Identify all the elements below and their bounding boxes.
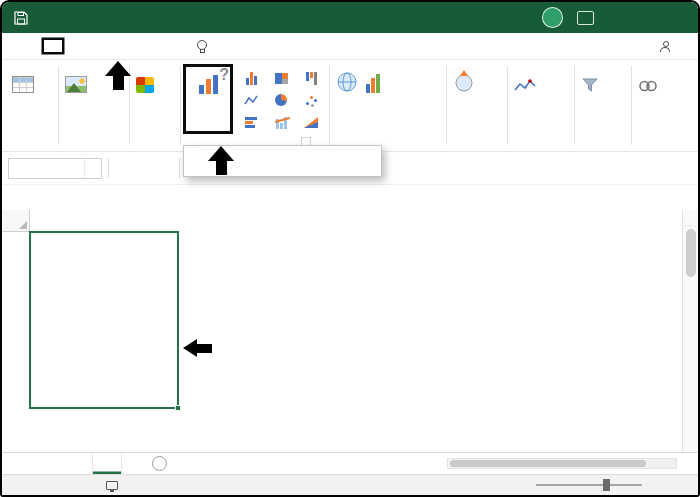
spacer (2, 185, 698, 210)
waterfall-chart-icon (306, 72, 317, 85)
tab-page-layout[interactable] (62, 40, 80, 52)
horizontal-scroll-thumb[interactable] (450, 460, 646, 467)
fill-handle[interactable] (175, 405, 181, 411)
display-settings-button[interactable] (106, 481, 124, 490)
line-chart-icon (244, 94, 258, 106)
worksheet (2, 210, 698, 452)
tab-file[interactable] (8, 40, 26, 52)
name-box[interactable] (8, 158, 102, 179)
ribbon-group-maps-pivotchart (330, 62, 446, 151)
annotation-arrow-insert-tab (105, 61, 131, 90)
horizontal-scroll-track[interactable] (447, 458, 677, 469)
treemap-chart-icon (275, 73, 288, 84)
tab-tell-me[interactable] (188, 34, 220, 59)
tab-formulas[interactable] (80, 40, 98, 52)
tab-help[interactable] (170, 40, 188, 52)
tab-developer[interactable] (152, 40, 170, 52)
table-icon (12, 76, 34, 93)
excel-window: ? (0, 0, 700, 497)
sparklines-button[interactable] (510, 64, 540, 134)
tab-insert[interactable] (44, 40, 62, 52)
ribbon-group-charts: ? (181, 62, 329, 151)
zoom-controls (528, 484, 690, 486)
pie-chart-icon (275, 94, 287, 106)
insert-column-chart-button[interactable] (237, 72, 267, 85)
share-button[interactable] (651, 35, 684, 58)
scatter-chart-icon (305, 94, 318, 107)
combo-chart-icon (276, 116, 287, 129)
link-icon (638, 67, 658, 93)
ribbon-tab-row (2, 33, 698, 60)
illustrations-button[interactable] (61, 64, 91, 134)
insert-bar-chart-button[interactable] (237, 117, 267, 128)
tables-button[interactable] (8, 64, 38, 134)
person-icon (660, 41, 670, 52)
annotation-arrow-data-range (183, 339, 212, 357)
area-chart-icon (304, 116, 318, 128)
3d-map-button[interactable] (449, 64, 479, 134)
tab-data[interactable] (98, 40, 116, 52)
globe-map-icon (336, 67, 358, 93)
insert-area-chart-button[interactable] (297, 116, 327, 128)
new-sheet-button[interactable] (152, 456, 167, 471)
tab-review[interactable] (116, 40, 134, 52)
recommended-charts-button[interactable]: ? (186, 67, 230, 131)
addins-button[interactable] (132, 64, 158, 134)
vertical-scroll-thumb[interactable] (686, 229, 696, 277)
zoom-slider[interactable] (536, 484, 642, 486)
bar-chart-icon (245, 117, 257, 128)
insert-pie-chart-button[interactable] (267, 94, 297, 106)
divider (179, 158, 180, 178)
filters-button[interactable] (577, 64, 603, 134)
select-all-button[interactable] (2, 210, 30, 232)
ribbon-group-tours (447, 62, 507, 151)
ribbon-display-options-icon[interactable] (577, 11, 594, 25)
column-headers (2, 210, 682, 232)
title-bar (2, 2, 698, 33)
picture-icon (65, 76, 87, 93)
insert-scatter-chart-button[interactable] (297, 94, 327, 107)
maps-button[interactable] (332, 64, 362, 134)
link-button[interactable] (634, 64, 662, 134)
annotation-arrow-recommended-charts (208, 146, 234, 175)
funnel-icon (581, 67, 599, 93)
insert-combo-chart-button[interactable] (267, 116, 297, 129)
insert-hierarchy-chart-button[interactable] (267, 73, 297, 84)
lightbulb-icon (197, 40, 206, 53)
name-box-dropdown-icon[interactable] (84, 159, 101, 178)
vertical-scrollbar[interactable] (682, 210, 698, 452)
horizontal-scrollbar[interactable] (431, 453, 693, 474)
sparkline-icon (514, 67, 536, 93)
ribbon-group-tables (6, 62, 58, 151)
recommended-charts-annotation-box: ? (183, 64, 233, 134)
sheet-tab-bar (2, 452, 698, 474)
selection-outline (29, 231, 179, 409)
insert-waterfall-chart-button[interactable] (297, 72, 327, 85)
pivotchart-icon (366, 67, 380, 93)
minimize-button[interactable] (595, 2, 628, 33)
ribbon-group-sparklines (508, 62, 574, 151)
save-icon[interactable] (14, 11, 28, 25)
sheet-tab-sheet1[interactable] (92, 453, 122, 474)
ribbon-group-links (632, 62, 698, 151)
avatar[interactable] (542, 7, 563, 28)
scroll-up-icon[interactable] (683, 210, 698, 226)
display-settings-icon (106, 481, 118, 490)
recommended-charts-icon: ? (190, 70, 226, 94)
insert-line-chart-button[interactable] (237, 94, 267, 106)
tab-view[interactable] (134, 40, 152, 52)
maximize-button[interactable] (629, 2, 662, 33)
ribbon-group-filters (575, 62, 631, 151)
pivotchart-button[interactable] (362, 64, 384, 134)
addins-icon (136, 77, 154, 93)
3d-map-icon (453, 67, 475, 93)
divider (108, 158, 109, 178)
ribbon-group-addins (130, 62, 180, 151)
close-button[interactable] (663, 2, 696, 33)
zoom-slider-thumb[interactable] (603, 479, 610, 491)
tab-home[interactable] (26, 40, 44, 52)
column-chart-icon (246, 72, 257, 85)
status-bar (2, 474, 698, 495)
chart-type-buttons (237, 67, 327, 134)
